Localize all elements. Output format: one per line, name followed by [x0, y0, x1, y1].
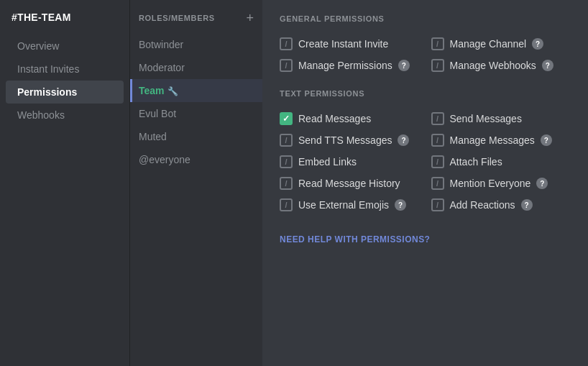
perm-checkbox-read-message-history[interactable]: [280, 177, 293, 190]
sidebar-item-permissions[interactable]: Permissions: [6, 81, 124, 104]
text-permissions-grid: Read MessagesSend MessagesSend TTS Messa…: [280, 112, 571, 211]
general-permissions-title: GENERAL PERMISSIONS: [280, 14, 571, 26]
perm-label-create-instant-invite: Create Instant Invite: [298, 38, 388, 50]
help-icon-manage-webhooks[interactable]: ?: [542, 60, 553, 71]
help-icon-mention-everyone[interactable]: ?: [536, 178, 548, 189]
permission-item-embed-links: Embed Links: [280, 155, 420, 168]
sidebar-item-instant-invites[interactable]: Instant Invites: [6, 58, 124, 81]
perm-checkbox-embed-links[interactable]: [280, 155, 293, 168]
roles-header-label: ROLES/MEMBERS: [139, 14, 215, 22]
permission-item-read-messages: Read Messages: [280, 112, 420, 125]
help-icon-manage-messages[interactable]: ?: [541, 134, 552, 146]
roles-panel: ROLES/MEMBERS + BotwinderModeratorTeam 🔧…: [129, 0, 262, 366]
permission-item-manage-channel: Manage Channel?: [431, 37, 571, 50]
role-item-evul-bot[interactable]: Evul Bot: [130, 102, 262, 125]
perm-checkbox-add-reactions[interactable]: [431, 198, 444, 211]
general-permissions-grid: Create Instant InviteManage Channel?Mana…: [280, 37, 571, 72]
role-item-muted[interactable]: Muted: [130, 125, 262, 148]
help-icon-manage-permissions[interactable]: ?: [398, 60, 410, 71]
help-link[interactable]: NEED HELP WITH PERMISSIONS?: [280, 234, 430, 244]
perm-label-manage-permissions: Manage Permissions: [298, 60, 392, 71]
add-role-button[interactable]: +: [246, 12, 254, 24]
permission-item-create-instant-invite: Create Instant Invite: [280, 37, 420, 50]
permission-item-mention-everyone: Mention Everyone?: [431, 177, 571, 190]
perm-checkbox-mention-everyone[interactable]: [431, 177, 444, 190]
perm-checkbox-use-external-emojis[interactable]: [280, 198, 293, 211]
perm-checkbox-send-messages[interactable]: [431, 112, 444, 125]
role-item-botwinder[interactable]: Botwinder: [130, 33, 262, 56]
help-icon-manage-channel[interactable]: ?: [532, 38, 543, 50]
perm-checkbox-manage-channel[interactable]: [431, 37, 444, 50]
perm-label-use-external-emojis: Use External Emojis: [298, 199, 389, 211]
perm-label-embed-links: Embed Links: [298, 156, 357, 168]
role-list: BotwinderModeratorTeam 🔧Evul BotMuted@ev…: [130, 30, 262, 174]
perm-checkbox-manage-permissions[interactable]: [280, 59, 293, 72]
perm-label-add-reactions: Add Reactions: [450, 199, 515, 211]
perm-label-manage-channel: Manage Channel: [450, 38, 527, 50]
perm-label-attach-files: Attach Files: [450, 156, 502, 168]
perm-label-send-messages: Send Messages: [450, 113, 522, 124]
sidebar-item-webhooks[interactable]: Webhooks: [6, 104, 124, 127]
perm-checkbox-send-tts-messages[interactable]: [280, 134, 293, 147]
sidebar: #THE-TEAM OverviewInstant InvitesPermiss…: [0, 0, 129, 366]
permission-item-use-external-emojis: Use External Emojis?: [280, 198, 420, 211]
help-icon-use-external-emojis[interactable]: ?: [395, 199, 406, 211]
permission-item-read-message-history: Read Message History: [280, 177, 420, 190]
help-icon-send-tts-messages[interactable]: ?: [398, 134, 409, 146]
role-item-everyone[interactable]: @everyone: [130, 148, 262, 171]
permission-item-manage-webhooks: Manage Webhooks?: [431, 59, 571, 72]
perm-checkbox-read-messages[interactable]: [280, 112, 293, 125]
permission-item-attach-files: Attach Files: [431, 155, 571, 168]
perm-label-send-tts-messages: Send TTS Messages: [298, 134, 392, 146]
sidebar-nav: OverviewInstant InvitesPermissionsWebhoo…: [0, 35, 129, 127]
perm-checkbox-manage-webhooks[interactable]: [431, 59, 444, 72]
perm-label-read-messages: Read Messages: [298, 113, 371, 124]
roles-header: ROLES/MEMBERS +: [130, 0, 262, 30]
channel-name: #THE-TEAM: [0, 12, 129, 35]
perm-label-read-message-history: Read Message History: [298, 178, 400, 189]
perm-checkbox-create-instant-invite[interactable]: [280, 37, 293, 50]
main-content: GENERAL PERMISSIONS Create Instant Invit…: [262, 0, 588, 366]
permission-item-manage-permissions: Manage Permissions?: [280, 59, 420, 72]
help-icon-add-reactions[interactable]: ?: [521, 199, 533, 211]
sidebar-item-overview[interactable]: Overview: [6, 35, 124, 58]
role-item-moderator[interactable]: Moderator: [130, 56, 262, 79]
permission-item-send-messages: Send Messages: [431, 112, 571, 125]
permission-item-add-reactions: Add Reactions?: [431, 198, 571, 211]
perm-label-manage-webhooks: Manage Webhooks: [450, 60, 536, 71]
permission-item-send-tts-messages: Send TTS Messages?: [280, 134, 420, 147]
role-wrench-icon: 🔧: [167, 86, 178, 96]
permission-item-manage-messages: Manage Messages?: [431, 134, 571, 147]
perm-label-mention-everyone: Mention Everyone: [450, 178, 531, 189]
text-permissions-title: TEXT PERMISSIONS: [280, 89, 571, 101]
role-item-team[interactable]: Team 🔧: [130, 79, 262, 102]
perm-label-manage-messages: Manage Messages: [450, 134, 535, 146]
perm-checkbox-manage-messages[interactable]: [431, 134, 444, 147]
perm-checkbox-attach-files[interactable]: [431, 155, 444, 168]
